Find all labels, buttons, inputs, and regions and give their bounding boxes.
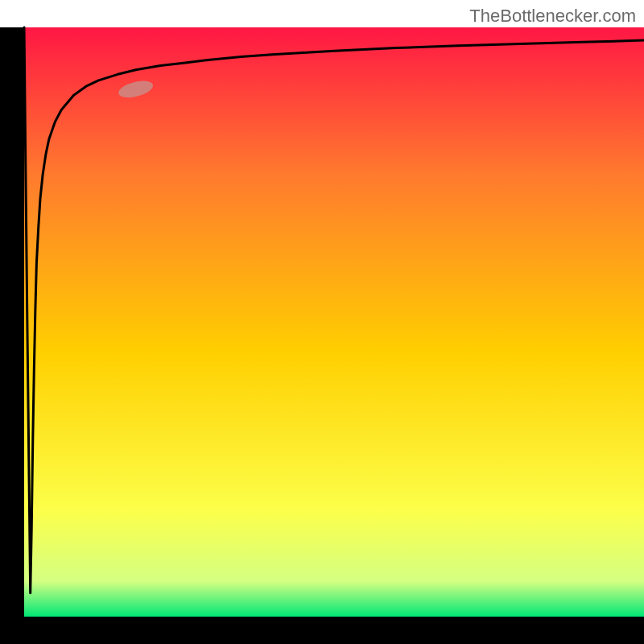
- chart-area: [0, 0, 644, 644]
- x-axis: [0, 617, 644, 644]
- y-axis: [0, 27, 24, 644]
- watermark-text: TheBottlenecker.com: [469, 6, 636, 27]
- plot-background: [24, 27, 644, 617]
- bottleneck-chart: [0, 0, 644, 644]
